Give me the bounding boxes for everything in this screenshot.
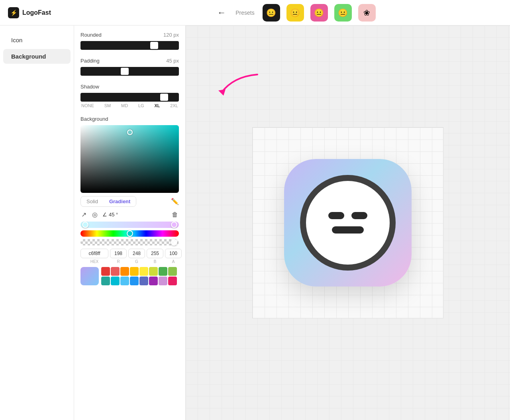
shadow-slider[interactable] (80, 93, 179, 102)
color-canvas[interactable] (80, 125, 179, 193)
controls-panel: Rounded 120 px Padding 45 px Shadow (74, 26, 186, 420)
face-inner (306, 181, 390, 265)
canvas-frame (252, 127, 443, 318)
swatch-sky[interactable] (120, 277, 129, 285)
a-label: A (172, 259, 175, 264)
app-name: LogoFast (22, 9, 51, 16)
gradient-delete-button[interactable]: 🗑 (171, 210, 179, 219)
r-label: R (117, 259, 120, 264)
r-input[interactable] (110, 249, 127, 258)
b-label: B (154, 259, 157, 264)
swatch-pink[interactable] (168, 277, 177, 285)
color-type-buttons: Solid Gradient (80, 196, 136, 207)
g-label: G (135, 259, 138, 264)
padding-value: 45 px (166, 58, 179, 64)
face-ring (300, 175, 396, 271)
hue-slider-row (80, 230, 179, 237)
eyedropper-button[interactable]: ✏️ (171, 198, 179, 205)
shadow-lg: LG (138, 103, 144, 108)
swatches-row (80, 267, 179, 285)
shadow-none: NONE (81, 103, 94, 108)
swatch-cyan[interactable] (111, 277, 120, 285)
opacity-slider-row (80, 239, 179, 245)
shadow-2xl: 2XL (170, 103, 178, 108)
swatch-coral[interactable] (111, 267, 120, 276)
eyes-row (328, 212, 367, 219)
b-input-group: B (147, 249, 163, 264)
eye-right (351, 212, 367, 219)
swatch-blue[interactable] (130, 277, 139, 285)
swatch-row-2 (101, 277, 177, 285)
shadow-xl: XL (154, 103, 160, 108)
angle-value: 45 ° (109, 212, 118, 218)
swatch-red[interactable] (101, 267, 110, 276)
sidebar-item-background[interactable]: Background (3, 49, 71, 64)
color-stop-left[interactable] (82, 222, 88, 228)
back-button[interactable]: ← (214, 6, 229, 20)
logo-icon: ⚡ (8, 7, 19, 18)
mouth (332, 226, 364, 234)
swatch-lime[interactable] (149, 267, 158, 276)
padding-thumb[interactable] (121, 68, 129, 75)
color-type-row: Solid Gradient ✏️ (80, 196, 179, 207)
preset-green-button[interactable]: 😐 (334, 4, 352, 22)
swatch-orange[interactable] (120, 267, 129, 276)
hue-thumb[interactable] (127, 230, 133, 237)
gradient-expand-button[interactable]: ↗ (80, 210, 87, 219)
preset-yellow-button[interactable]: 😐 (286, 4, 304, 22)
preset-black-button[interactable]: 😐 (263, 4, 280, 22)
gradient-swatch[interactable] (80, 267, 99, 285)
swatch-violet[interactable] (149, 277, 158, 285)
header: ⚡ LogoFast ← Presets 😐 😐 😐 😐 ❀ (0, 0, 510, 26)
hue-slider[interactable] (80, 230, 179, 237)
opacity-slider[interactable] (80, 239, 179, 245)
logo-area: ⚡ LogoFast (8, 7, 80, 18)
preset-pink-button[interactable]: 😐 (310, 4, 328, 22)
hex-label: HEX (90, 259, 99, 264)
shadow-thumb[interactable] (160, 94, 168, 101)
swatch-teal[interactable] (101, 277, 110, 285)
rounded-thumb[interactable] (150, 42, 158, 49)
sidebar-item-icon[interactable]: Icon (3, 33, 71, 47)
background-label: Background (80, 116, 179, 122)
angle-display: ∠ 45 ° (102, 212, 118, 218)
g-input-group: G (128, 249, 145, 264)
opacity-thumb[interactable] (171, 239, 177, 245)
swatch-emerald[interactable] (168, 267, 177, 276)
solid-button[interactable]: Solid (81, 196, 104, 206)
swatch-purple[interactable] (159, 277, 167, 285)
swatch-indigo[interactable] (139, 277, 148, 285)
swatch-yellow[interactable] (139, 267, 148, 276)
gradient-button[interactable]: Gradient (104, 196, 136, 206)
color-stop-slider[interactable] (80, 222, 179, 228)
preset-peach-button[interactable]: ❀ (358, 4, 376, 22)
color-stop-right[interactable] (171, 222, 177, 228)
g-input[interactable] (128, 249, 145, 258)
padding-group: Padding 45 px (80, 58, 179, 76)
rounded-slider[interactable] (80, 41, 179, 50)
rounded-value: 120 px (163, 32, 179, 38)
swatch-amber[interactable] (130, 267, 139, 276)
padding-slider[interactable] (80, 67, 179, 76)
shadow-sm: SM (104, 103, 111, 108)
background-label-text: Background (80, 116, 108, 122)
shadow-group: Shadow NONE SM MD LG XL 2XL (80, 84, 179, 108)
shadow-label-row: Shadow (80, 84, 179, 90)
swatch-green[interactable] (159, 267, 167, 276)
a-input[interactable] (165, 249, 182, 258)
color-canvas-picker[interactable] (127, 130, 133, 135)
sidebar: Icon Background (0, 26, 74, 420)
padding-label: Padding (80, 58, 100, 64)
background-color-section: Background Solid Gradient ✏️ ↗ ◎ ∠ (80, 116, 179, 285)
hex-input-group: HEX (80, 249, 108, 264)
color-inputs-row: HEX R G B A (80, 249, 179, 264)
b-input[interactable] (147, 249, 163, 258)
shadow-labels: NONE SM MD LG XL 2XL (80, 103, 179, 108)
gradient-controls: ↗ ◎ ∠ 45 ° 🗑 (80, 210, 179, 219)
shadow-label: Shadow (80, 84, 99, 90)
rounded-label: Rounded (80, 32, 102, 38)
gradient-radial-button[interactable]: ◎ (91, 210, 98, 219)
swatch-row-1 (101, 267, 177, 276)
hex-input[interactable] (80, 249, 108, 258)
header-center: ← Presets 😐 😐 😐 😐 ❀ (88, 4, 502, 22)
